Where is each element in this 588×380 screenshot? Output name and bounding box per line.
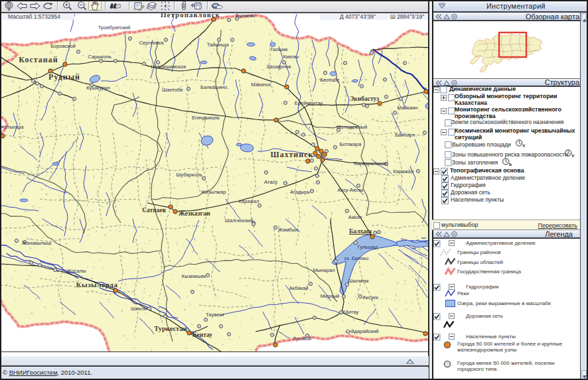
svg-text:Мирный: Мирный (321, 293, 340, 299)
svg-text:Заозерное: Заозерное (266, 64, 291, 70)
svg-text:Аксу-Аюлы: Аксу-Аюлы (337, 187, 363, 193)
svg-text:Новоишимское: Новоишимское (151, 64, 186, 70)
svg-text:Аксуек: Аксуек (362, 294, 378, 300)
svg-text:Сергеевка: Сергеевка (139, 40, 165, 46)
svg-text:Киялы: Киялы (283, 54, 299, 60)
svg-text:Шантобе: Шантобе (162, 87, 183, 93)
svg-text:Каражал: Каражал (239, 198, 259, 204)
svg-text:Балкашино: Балкашино (200, 84, 227, 90)
svg-text:Таувент: Таувент (206, 312, 225, 318)
svg-text:Рудный: Рудный (48, 72, 80, 82)
svg-text:Булаево: Булаево (236, 13, 256, 19)
svg-text:Акбакай: Акбакай (289, 285, 309, 291)
svg-text:Шалгинский: Шалгинский (225, 218, 253, 223)
svg-text:Каражал: Каражал (394, 168, 414, 174)
svg-text:Хантау: Хантау (342, 309, 359, 315)
svg-text:Жанакылыш: Жанакылыш (22, 240, 52, 246)
svg-text:Баянаул: Баянаул (395, 132, 415, 138)
svg-text:Сатпаев: Сатпаев (142, 207, 166, 214)
svg-text:Кушмурун: Кушмурун (86, 85, 110, 91)
svg-text:Каркаралинск: Каркаралинск (354, 160, 387, 166)
svg-text:Ерейментау: Ерейментау (295, 100, 323, 106)
svg-text:Жетыгара: Жетыгара (1, 124, 24, 130)
svg-text:Троебратский: Троебратский (98, 25, 130, 31)
svg-text:Шыганак: Шыганак (348, 278, 370, 284)
svg-text:Кызылжар: Кызылжар (202, 189, 226, 195)
svg-text:Агадырь: Агадырь (290, 189, 310, 195)
svg-text:Атасу: Атасу (264, 179, 277, 185)
svg-text:Туркестан: Туркестан (154, 325, 186, 332)
svg-text:Майкаин: Майкаин (397, 105, 417, 111)
svg-text:Сарыколь: Сарыколь (88, 54, 111, 60)
svg-text:Егиндыколь: Егиндыколь (192, 115, 220, 121)
svg-text:Ь: Ь (509, 162, 512, 167)
svg-text:Y: Y (571, 153, 575, 158)
svg-text:Макинск: Макинск (251, 82, 271, 88)
svg-text:Луговой: Луговой (293, 336, 311, 342)
svg-text:Жосалы: Жосалы (66, 268, 86, 274)
svg-text:Шахтинск: Шахтинск (271, 150, 314, 159)
svg-text:Жамбыл: Жамбыл (278, 227, 299, 233)
svg-text:Кентау: Кентау (192, 332, 212, 338)
svg-text:Боровской: Боровской (50, 43, 75, 49)
svg-text:Талшик: Талшик (270, 46, 288, 52)
svg-text:Костанай: Костанай (19, 55, 58, 64)
svg-text:Ботакара: Ботакара (340, 141, 362, 147)
svg-text:Кызылорда: Кызылорда (76, 281, 118, 288)
svg-text:Y: Y (522, 143, 526, 149)
svg-text:Жезказган: Жезказган (179, 210, 210, 217)
svg-text:оз. Балхаш: оз. Балхаш (344, 256, 369, 261)
svg-text:Мынарал: Мынарал (313, 267, 334, 273)
svg-text:Бестобе: Бестобе (320, 77, 339, 83)
svg-text:Шубарколь: Шубарколь (176, 172, 202, 178)
svg-text:Гейдарайский: Гейдарайский (346, 328, 378, 334)
svg-text:Аккол: Аккол (348, 214, 362, 220)
svg-text:Шиели: Шиели (131, 306, 147, 312)
svg-text:Кыземшек: Кыземшек (182, 273, 206, 279)
svg-text:Петропавловск: Петропавловск (161, 13, 220, 19)
svg-text:Экибастуз: Экибастуз (350, 95, 379, 102)
svg-text:Тайынша: Тайынша (207, 42, 230, 48)
svg-text:Молодежный: Молодежный (336, 124, 368, 130)
svg-text:Балхаш: Балхаш (349, 228, 372, 235)
svg-text:Гульшад: Гульшад (358, 244, 378, 250)
